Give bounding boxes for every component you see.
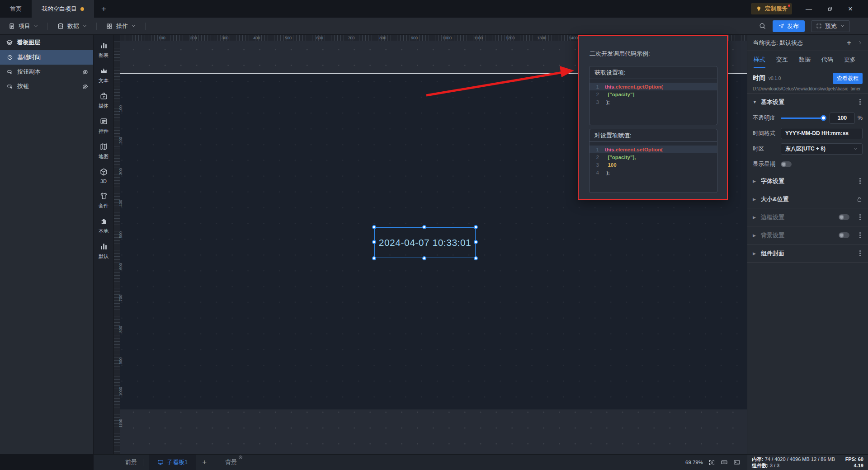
layer-item-基础时间[interactable]: 基础时间 — [0, 50, 93, 65]
kebab-menu-icon[interactable] — [858, 230, 863, 240]
tutorial-button[interactable]: 查看教程 — [833, 73, 863, 84]
section-title: 组件封面 — [761, 249, 784, 258]
menubar: 项目数据操作 发布 预览 — [0, 18, 868, 35]
section-背景设置[interactable]: ▶背景设置 — [747, 226, 868, 244]
close-button[interactable]: × — [840, 0, 861, 18]
grid-icon — [106, 23, 113, 30]
kebab-menu-icon[interactable] — [858, 176, 863, 186]
resize-handle[interactable] — [372, 256, 376, 260]
layer-item-按钮[interactable]: 按钮 — [0, 79, 93, 94]
publish-button[interactable]: 发布 — [773, 20, 805, 32]
resize-handle[interactable] — [422, 256, 426, 260]
resize-handle[interactable] — [474, 256, 478, 260]
section-组件封面[interactable]: ▶组件封面 — [747, 244, 868, 262]
media-icon — [99, 92, 108, 100]
ruler-label: 100 — [159, 36, 165, 40]
restore-button[interactable] — [819, 0, 840, 18]
ruler-label: 1300 — [537, 36, 546, 40]
tool-默认[interactable]: 默认 — [94, 242, 113, 260]
resize-handle[interactable] — [372, 225, 376, 229]
settings-panel: 当前状态: 默认状态 + 样式交互数据代码更多 时间 v0.1.0 查看教程 D… — [747, 35, 868, 454]
resize-handle[interactable] — [474, 225, 478, 229]
settings-tab-样式[interactable]: 样式 — [754, 51, 765, 68]
section-边框设置[interactable]: ▶边框设置 — [747, 208, 868, 226]
kebab-menu-icon[interactable] — [858, 249, 863, 258]
field-input[interactable]: YYYY-MM-DD HH:mm:ss — [781, 128, 863, 139]
eye-off-icon[interactable] — [82, 69, 89, 75]
time-widget[interactable]: 2024-04-07 10:33:01 — [374, 227, 476, 258]
foreground-tab[interactable]: 前景 — [125, 458, 137, 466]
settings-tab-交互[interactable]: 交互 — [776, 51, 788, 68]
project-tab[interactable]: 首页 — [0, 0, 32, 18]
console-icon[interactable] — [733, 459, 741, 466]
add-subboard-button[interactable]: + — [196, 458, 213, 467]
settings-sections: ▶字体设置▶大小&位置▶边框设置▶背景设置▶组件封面 — [747, 172, 868, 262]
resize-handle[interactable] — [372, 240, 376, 244]
menu-数据[interactable]: 数据 — [54, 22, 90, 30]
ruler-label: 400 — [253, 36, 260, 40]
preview-label: 预览 — [825, 22, 837, 30]
settings-tab-数据[interactable]: 数据 — [799, 51, 811, 68]
plus-circle-icon — [238, 455, 243, 460]
opacity-slider[interactable] — [781, 118, 823, 119]
default-icon — [99, 242, 108, 251]
layer-item-按钮副本[interactable]: 按钮副本 — [0, 65, 93, 79]
custom-service-button[interactable]: 定制服务 — [751, 3, 792, 14]
toggle-边框设置[interactable] — [839, 214, 849, 220]
settings-tab-更多[interactable]: 更多 — [844, 51, 856, 68]
divider — [143, 459, 143, 466]
menu-操作[interactable]: 操作 — [103, 22, 139, 30]
resize-handle[interactable] — [422, 225, 426, 229]
zoom-level[interactable]: 69.79% — [685, 460, 703, 465]
subboard-tab[interactable]: 子看板1 — [149, 455, 196, 470]
search-icon[interactable] — [759, 22, 766, 30]
ruler-label: 700 — [348, 36, 355, 40]
minimize-button[interactable]: — — [798, 0, 819, 18]
tool-3D[interactable]: 3D — [94, 168, 113, 184]
preview-button[interactable]: 预览 — [811, 20, 850, 32]
fullscreen-icon — [816, 23, 822, 29]
field-select[interactable]: 东八区(UTC + 8) — [781, 143, 863, 155]
toggle-显示星期[interactable] — [781, 161, 792, 167]
section-字体设置[interactable]: ▶字体设置 — [747, 172, 868, 190]
menu-项目[interactable]: 项目 — [5, 22, 41, 30]
lock-icon[interactable] — [856, 196, 863, 202]
tool-label: 地图 — [99, 153, 108, 160]
ruler-label: 200 — [190, 36, 197, 40]
widget-path: D:\Downloads\CetusView\addons\widgets\ba… — [753, 86, 863, 91]
add-state-button[interactable]: + — [847, 38, 851, 47]
tool-本地[interactable]: 本地 — [94, 217, 113, 235]
version-stat: 4.19 — [854, 462, 863, 469]
field-value[interactable]: 100 — [830, 113, 855, 124]
ruler-corner — [114, 35, 120, 41]
button-icon — [7, 69, 13, 75]
kebab-menu-icon[interactable] — [858, 212, 863, 222]
settings-tab-代码[interactable]: 代码 — [821, 51, 833, 68]
section-大小&位置[interactable]: ▶大小&位置 — [747, 190, 868, 208]
tool-媒体[interactable]: 媒体 — [94, 92, 113, 109]
tool-套件[interactable]: 套件 — [94, 192, 113, 209]
kebab-menu-icon[interactable] — [858, 97, 863, 107]
tool-文本[interactable]: 文本 — [94, 66, 113, 84]
chevron-down-icon — [131, 24, 136, 28]
background-tab[interactable]: 背景 — [225, 458, 242, 466]
fps-stat: FPS: 60 — [845, 456, 863, 462]
chevron-right-icon[interactable] — [858, 40, 863, 45]
background-tab-label: 背景 — [225, 459, 237, 465]
code-line: 1this.element.getOption( — [590, 83, 717, 90]
slider-knob[interactable] — [821, 115, 826, 121]
tool-图表[interactable]: 图表 — [94, 41, 113, 59]
toggle-背景设置[interactable] — [839, 232, 849, 238]
ruler-label: 1400 — [569, 36, 578, 40]
section-basic-settings[interactable]: ▼ 基本设置 — [747, 93, 868, 110]
new-tab-button[interactable]: + — [94, 0, 113, 18]
resize-handle[interactable] — [474, 240, 478, 244]
fit-view-icon[interactable] — [708, 459, 715, 466]
tool-地图[interactable]: 地图 — [94, 142, 113, 160]
project-tab[interactable]: 我的空白项目 — [32, 0, 94, 18]
cube-icon — [99, 168, 108, 176]
tool-控件[interactable]: 控件 — [94, 117, 113, 135]
eye-off-icon[interactable] — [82, 83, 89, 90]
keyboard-icon[interactable] — [721, 459, 728, 466]
ruler-label: 1100 — [118, 418, 123, 427]
